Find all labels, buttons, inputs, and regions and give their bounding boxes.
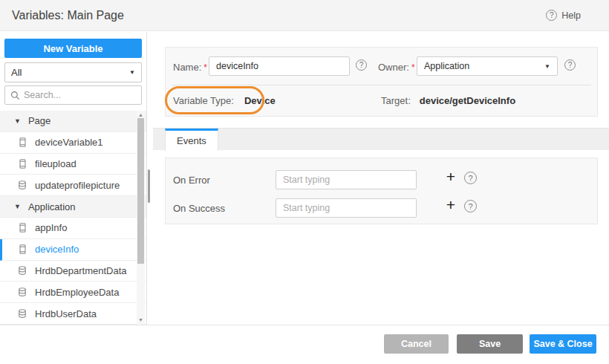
tab-strip: Events xyxy=(153,128,609,150)
tree-item-label: HrdbDepartmentData xyxy=(35,265,127,276)
form-divider xyxy=(172,85,591,85)
name-help-icon[interactable]: ? xyxy=(356,59,367,71)
variable-detail-panel: Name:* ? Owner:* Application ▼ ? Variabl… xyxy=(153,32,609,325)
required-asterisk: * xyxy=(203,62,207,73)
tab-events[interactable]: Events xyxy=(165,129,218,151)
tree-item-hrdbuserdata[interactable]: HrdbUserData xyxy=(0,303,146,325)
events-panel: On Error + ? On Success + ? xyxy=(165,157,598,224)
tree-item-label: appInfo xyxy=(35,222,67,233)
dialog-header: Variables: Main Page ? Help xyxy=(0,0,609,31)
on-success-help-icon[interactable]: ? xyxy=(464,200,477,212)
tree-group-label: Page xyxy=(28,115,51,126)
tree-item-deviceinfo-selected[interactable]: deviceInfo xyxy=(0,239,146,261)
target-row: Target: device/getDeviceInfo xyxy=(381,95,515,106)
tree-item-label: deviceVariable1 xyxy=(35,137,103,148)
tree-item-label: HrdbUserData xyxy=(35,308,97,319)
variable-type-value: Device xyxy=(244,95,276,106)
variable-filter-select[interactable]: All ▼ xyxy=(4,62,142,82)
tree-item-label: updateprofilepicture xyxy=(35,180,120,191)
search-input[interactable] xyxy=(24,90,143,100)
help-button[interactable]: ? Help xyxy=(546,10,581,21)
help-circle-icon: ? xyxy=(546,10,557,21)
tree-item-hrdbdepartmentdata[interactable]: HrdbDepartmentData xyxy=(0,261,146,282)
on-error-help-icon[interactable]: ? xyxy=(464,172,477,184)
variable-type-label: Variable Type: xyxy=(173,95,234,106)
owner-select[interactable]: Application ▼ xyxy=(417,56,558,76)
on-success-label: On Success xyxy=(173,203,225,214)
tab-events-label: Events xyxy=(177,135,206,146)
tree-item-label: HrdbEmployeeData xyxy=(35,287,119,298)
sidebar-scrollbar[interactable]: ▲ ▼ xyxy=(137,111,145,325)
name-input[interactable] xyxy=(209,56,350,76)
on-error-add-icon[interactable]: + xyxy=(443,169,458,186)
tree-item-hrdbemployeedata[interactable]: HrdbEmployeeData xyxy=(0,282,146,303)
service-variable-icon xyxy=(18,181,27,190)
tree-item-label: deviceInfo xyxy=(35,244,79,255)
tree-item-appinfo[interactable]: appInfo xyxy=(0,218,146,239)
tree-group-page[interactable]: ▼ Page xyxy=(0,111,146,132)
save-and-close-button[interactable]: Save & Close xyxy=(530,334,596,354)
tree-item-fileupload[interactable]: fileupload xyxy=(0,154,146,175)
owner-selected-value: Application xyxy=(424,61,469,71)
search-icon xyxy=(10,91,20,100)
on-success-add-icon[interactable]: + xyxy=(443,198,458,214)
device-variable-icon xyxy=(18,223,27,233)
target-label: Target: xyxy=(381,95,411,106)
device-variable-icon xyxy=(18,244,27,254)
tree-item-label: fileupload xyxy=(35,158,76,169)
tree-item-updateprofilepicture[interactable]: updateprofilepicture xyxy=(0,175,146,196)
on-success-input[interactable] xyxy=(276,198,417,218)
collapse-arrow-icon: ▼ xyxy=(14,203,21,210)
tree-group-label: Application xyxy=(28,201,76,212)
on-error-label: On Error xyxy=(173,175,210,186)
on-error-input[interactable] xyxy=(276,170,417,189)
variables-dialog: Variables: Main Page ? Help New Variable… xyxy=(0,0,609,364)
variable-properties-form: Name:* ? Owner:* Application ▼ ? Variabl… xyxy=(165,47,598,117)
target-value: device/getDeviceInfo xyxy=(420,95,515,106)
variable-search xyxy=(4,85,142,105)
dialog-footer: Cancel Save Save & Close xyxy=(0,325,609,364)
help-label: Help xyxy=(561,10,581,21)
owner-help-icon[interactable]: ? xyxy=(564,59,576,71)
tree-group-application[interactable]: ▼ Application xyxy=(0,196,146,218)
variables-sidebar: New Variable All ▼ ▼ Page deviceVariable… xyxy=(0,32,146,325)
filter-selected-value: All xyxy=(11,67,22,78)
chevron-down-icon: ▼ xyxy=(544,63,550,70)
content-scrollbar-thumb[interactable] xyxy=(148,169,150,203)
owner-label: Owner:* xyxy=(378,62,415,73)
service-variable-icon xyxy=(18,287,27,297)
chevron-down-icon: ▼ xyxy=(129,69,135,76)
save-button[interactable]: Save xyxy=(457,334,523,354)
collapse-arrow-icon: ▼ xyxy=(14,117,21,125)
tree-item-devicevariable1[interactable]: deviceVariable1 xyxy=(0,132,146,154)
device-variable-icon xyxy=(18,159,27,169)
name-label: Name:* xyxy=(173,62,207,73)
variable-type-row: Variable Type: Device xyxy=(173,95,276,106)
variable-tree: ▼ Page deviceVariable1 fileupload update… xyxy=(0,111,146,325)
service-variable-icon xyxy=(18,266,27,276)
sidebar-divider xyxy=(146,32,147,325)
sidebar-scrollbar-thumb[interactable] xyxy=(137,118,144,264)
service-variable-icon xyxy=(18,309,27,319)
page-title: Variables: Main Page xyxy=(12,0,124,31)
new-variable-button[interactable]: New Variable xyxy=(4,39,142,58)
scroll-down-icon[interactable]: ▼ xyxy=(137,316,145,324)
cancel-button[interactable]: Cancel xyxy=(384,334,449,354)
required-asterisk: * xyxy=(411,62,415,73)
device-variable-icon xyxy=(18,137,27,147)
